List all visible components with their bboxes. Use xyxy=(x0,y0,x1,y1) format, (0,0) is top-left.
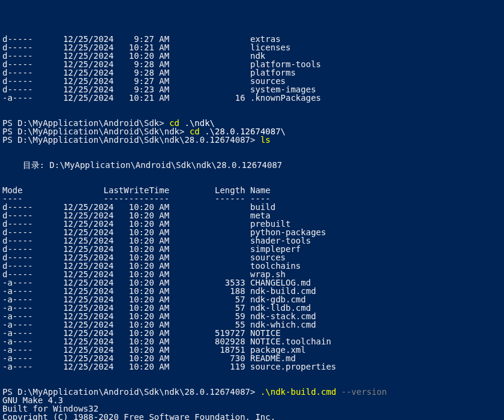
dir-row: d----- 12/25/2024 10:20 AM wrap.sh xyxy=(2,270,502,278)
dir-row: -a---- 12/25/2024 10:20 AM 59 ndk-stack.… xyxy=(2,312,502,320)
blank-line xyxy=(2,371,502,379)
dir-row: d----- 12/25/2024 10:20 AM shader-tools xyxy=(2,236,502,245)
blank-line xyxy=(2,178,502,186)
dir-row: d----- 12/25/2024 10:20 AM build xyxy=(2,203,502,211)
dir-row: d----- 12/25/2024 10:21 AM licenses xyxy=(2,43,502,52)
output-line: Copyright (C) 1988-2020 Free Software Fo… xyxy=(2,413,502,420)
prompt-line: PS D:\MyApplication\Android\Sdk\ndk\28.0… xyxy=(2,136,502,144)
blank-line xyxy=(2,102,502,110)
dir-header: 目录: D:\MyApplication\Android\Sdk\ndk\28.… xyxy=(2,161,502,169)
prompt-line: PS D:\MyApplication\Android\Sdk\ndk\28.0… xyxy=(2,388,502,396)
dir-row: d----- 12/25/2024 9:27 AM extras xyxy=(2,35,502,43)
command-param: --version xyxy=(341,387,387,397)
dir-row: -a---- 12/25/2024 10:20 AM 55 ndk-which.… xyxy=(2,320,502,329)
dir-row: -a---- 12/25/2024 10:20 AM 3533 CHANGELO… xyxy=(2,278,502,287)
blank-line xyxy=(2,379,502,388)
dir-row: d----- 12/25/2024 10:20 AM toolchains xyxy=(2,262,502,270)
prompt-line: PS D:\MyApplication\Android\Sdk\ndk> cd … xyxy=(2,127,502,136)
dir-row: -a---- 12/25/2024 10:20 AM 802928 NOTICE… xyxy=(2,337,502,346)
dir-row: d----- 12/25/2024 9:27 AM sources xyxy=(2,77,502,85)
dir-row: d----- 12/25/2024 9:28 AM platforms xyxy=(2,68,502,77)
dir-row: d----- 12/25/2024 10:20 AM meta xyxy=(2,211,502,220)
output-line: GNU Make 4.3 xyxy=(2,396,502,404)
dir-row: -a---- 12/25/2024 10:20 AM 57 ndk-gdb.cm… xyxy=(2,295,502,304)
output-line: Built for Windows32 xyxy=(2,404,502,413)
powershell-terminal[interactable]: d----- 12/25/2024 9:27 AM extrasd----- 1… xyxy=(2,35,502,420)
dir-row: -a---- 12/25/2024 10:20 AM 519727 NOTICE xyxy=(2,329,502,337)
prompt-line: PS D:\MyApplication\Android\Sdk> cd .\nd… xyxy=(2,119,502,127)
dir-row: d----- 12/25/2024 10:20 AM python-packag… xyxy=(2,228,502,236)
command: .\ndk-build.cmd xyxy=(260,387,341,397)
blank-line xyxy=(2,152,502,161)
blank-line xyxy=(2,169,502,178)
dir-row: d----- 12/25/2024 10:20 AM simpleperf xyxy=(2,245,502,253)
dir-row: -a---- 12/25/2024 10:20 AM 119 source.pr… xyxy=(2,362,502,371)
dir-row: d----- 12/25/2024 10:20 AM prebuilt xyxy=(2,220,502,228)
table-header: Mode LastWriteTime Length Name xyxy=(2,186,502,194)
dir-row: d----- 12/25/2024 9:28 AM platform-tools xyxy=(2,60,502,68)
dir-row: -a---- 12/25/2024 10:20 AM 730 README.md xyxy=(2,354,502,362)
dir-row: -a---- 12/25/2024 10:20 AM 57 ndk-lldb.c… xyxy=(2,304,502,312)
table-divider: ---- ------------- ------ ---- xyxy=(2,194,502,203)
dir-row: -a---- 12/25/2024 10:20 AM 18751 package… xyxy=(2,346,502,354)
blank-line xyxy=(2,144,502,152)
dir-row: -a---- 12/25/2024 10:20 AM 188 ndk-build… xyxy=(2,287,502,295)
command: ls xyxy=(260,135,271,145)
dir-row: d----- 12/25/2024 10:20 AM ndk xyxy=(2,52,502,60)
dir-row: d----- 12/25/2024 9:23 AM system-images xyxy=(2,85,502,94)
dir-row: -a---- 12/25/2024 10:21 AM 16 .knownPack… xyxy=(2,94,502,102)
dir-row: d----- 12/25/2024 10:20 AM sources xyxy=(2,253,502,262)
blank-line xyxy=(2,110,502,119)
